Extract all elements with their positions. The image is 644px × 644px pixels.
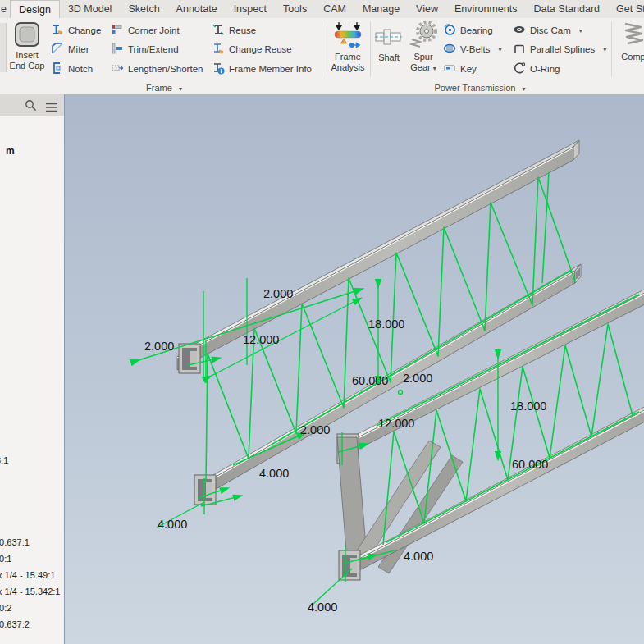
tab-sketch[interactable]: Sketch <box>120 0 167 18</box>
dimension-label[interactable]: 4.000 <box>158 518 187 531</box>
spur-gear-button[interactable]: Spur Gear▾ <box>406 20 441 82</box>
browser-node[interactable]: 60:2 <box>0 603 11 613</box>
dimension-label[interactable]: 2.000 <box>403 372 432 385</box>
browser-node[interactable]: x 1/4 - 15.49:1 <box>0 570 55 580</box>
frame-member-info-button[interactable]: Frame Member Info <box>212 61 312 77</box>
ribbon-separator <box>370 21 371 77</box>
spring-icon <box>623 21 644 52</box>
ribbon: Insert End Cap Change Miter Notch Corner… <box>0 18 644 94</box>
spur-gear-icon <box>409 21 437 52</box>
frame-analysis-icon <box>333 21 363 52</box>
tab-cam[interactable]: CAM <box>315 0 354 18</box>
dimension-label[interactable]: 4.000 <box>308 601 337 614</box>
dimension-label[interactable]: 60.000 <box>352 374 388 387</box>
tab-tools[interactable]: Tools <box>275 0 315 18</box>
tab-3d-model[interactable]: 3D Model <box>60 0 121 18</box>
v-belts-button[interactable]: V-Belts ▾ <box>443 41 501 57</box>
menu-icon[interactable] <box>45 101 58 116</box>
browser-node[interactable]: x 1/4 - 15.342:1 <box>0 587 60 596</box>
dimension-label[interactable]: 18.000 <box>368 317 404 331</box>
parallel-splines-button[interactable]: Parallel Splines ▾ <box>513 41 606 57</box>
insert-end-cap-label-2: End Cap <box>10 61 45 71</box>
bearing-button[interactable]: Bearing <box>443 22 493 39</box>
browser-header <box>0 94 64 116</box>
ribbon-tab-bar: e Design 3D Model Sketch Annotate Inspec… <box>0 0 644 18</box>
corner-joint-button[interactable]: Corner Joint <box>111 22 180 39</box>
corner-joint-icon <box>111 23 124 38</box>
dimension-label[interactable]: 12.000 <box>243 333 279 346</box>
v-belts-icon <box>443 42 456 57</box>
chevron-down-icon[interactable]: ▾ <box>433 65 436 72</box>
chevron-down-icon[interactable]: ▾ <box>498 46 501 53</box>
tab-design[interactable]: Design <box>10 0 60 18</box>
ribbon-separator <box>322 21 322 77</box>
frame-analysis-button[interactable]: Frame Analysis <box>326 20 370 82</box>
3d-viewport[interactable]: 2.000 2.000 12.000 18.000 60.000 2.000 1… <box>64 94 644 644</box>
search-icon[interactable] <box>25 99 37 115</box>
browser-node[interactable]: 60.637:2 <box>0 619 30 629</box>
lengthen-shorten-icon <box>111 62 124 76</box>
browser-node[interactable]: 3:1 <box>0 455 8 465</box>
tab-annotate[interactable]: Annotate <box>168 0 226 18</box>
browser-node[interactable]: 60.637:1 <box>0 537 30 547</box>
dimension-label[interactable]: 60.000 <box>512 458 548 471</box>
miter-icon <box>51 42 64 57</box>
key-icon <box>443 62 456 76</box>
partial-left-button[interactable] <box>0 23 7 72</box>
lengthen-shorten-button[interactable]: Lengthen/Shorten <box>111 61 203 77</box>
tab-environments[interactable]: Environments <box>446 0 525 18</box>
change-button[interactable]: Change <box>51 22 101 39</box>
trim-extend-icon <box>111 42 124 57</box>
dimension-label[interactable]: 18.000 <box>510 400 546 413</box>
notch-button[interactable]: Notch <box>51 61 93 77</box>
power-transmission-panel-label[interactable]: Power Transmission ▾ <box>386 83 574 94</box>
end-cap-icon <box>14 21 40 50</box>
bearing-icon <box>443 23 456 38</box>
tab-manage[interactable]: Manage <box>354 0 408 18</box>
change-reuse-icon <box>212 42 225 57</box>
dimension-label[interactable]: 4.000 <box>404 550 433 563</box>
key-button[interactable]: Key <box>443 61 477 77</box>
miter-button[interactable]: Miter <box>51 41 89 57</box>
browser-node[interactable]: m <box>6 145 15 157</box>
insert-end-cap-button[interactable]: Insert End Cap <box>8 20 46 82</box>
inventor-window: e Design 3D Model Sketch Annotate Inspec… <box>0 0 644 644</box>
compression-spring-button[interactable]: Comp <box>617 20 644 82</box>
change-icon <box>51 23 64 38</box>
dimension-label[interactable]: 2.000 <box>300 423 330 436</box>
frame-member-info-icon <box>212 62 225 76</box>
change-reuse-button[interactable]: Change Reuse <box>212 41 292 57</box>
shaft-button[interactable]: Shaft <box>372 20 405 82</box>
tab-inspect[interactable]: Inspect <box>226 0 275 18</box>
dimension-label[interactable]: 12.000 <box>378 417 414 430</box>
reuse-button[interactable]: Reuse <box>212 22 256 39</box>
disc-cam-button[interactable]: Disc Cam ▾ <box>513 22 582 39</box>
frame-panel-label[interactable]: Frame ▾ <box>123 83 205 94</box>
trim-extend-button[interactable]: Trim/Extend <box>111 41 179 57</box>
chevron-down-icon: ▾ <box>523 85 526 93</box>
dimension-label[interactable]: 4.000 <box>259 467 289 480</box>
chevron-down-icon: ▾ <box>179 85 182 93</box>
o-ring-button[interactable]: O-Ring <box>513 61 560 77</box>
chevron-down-icon[interactable]: ▾ <box>579 27 582 34</box>
ribbon-separator <box>611 21 612 77</box>
chevron-down-icon[interactable]: ▾ <box>603 46 606 53</box>
dimension-label[interactable]: 2.000 <box>263 287 293 300</box>
tab-view[interactable]: View <box>408 0 446 18</box>
browser-node[interactable]: 60:1 <box>0 554 11 564</box>
tab-get-started[interactable]: Get Started <box>608 0 644 18</box>
tab-data-standard[interactable]: Data Standard <box>525 0 608 18</box>
parallel-splines-icon <box>513 42 526 57</box>
model-browser-panel: m 3:1 60.637:1 60:1 x 1/4 - 15.49:1 x 1/… <box>0 94 64 644</box>
disc-cam-icon <box>513 23 526 38</box>
reuse-icon <box>212 23 225 38</box>
shaft-icon <box>375 24 403 53</box>
insert-end-cap-label-1: Insert <box>16 50 39 61</box>
notch-icon <box>51 62 64 76</box>
tab-partial-left[interactable]: e <box>0 0 10 18</box>
o-ring-icon <box>513 62 526 76</box>
dimension-label[interactable]: 2.000 <box>144 340 174 353</box>
